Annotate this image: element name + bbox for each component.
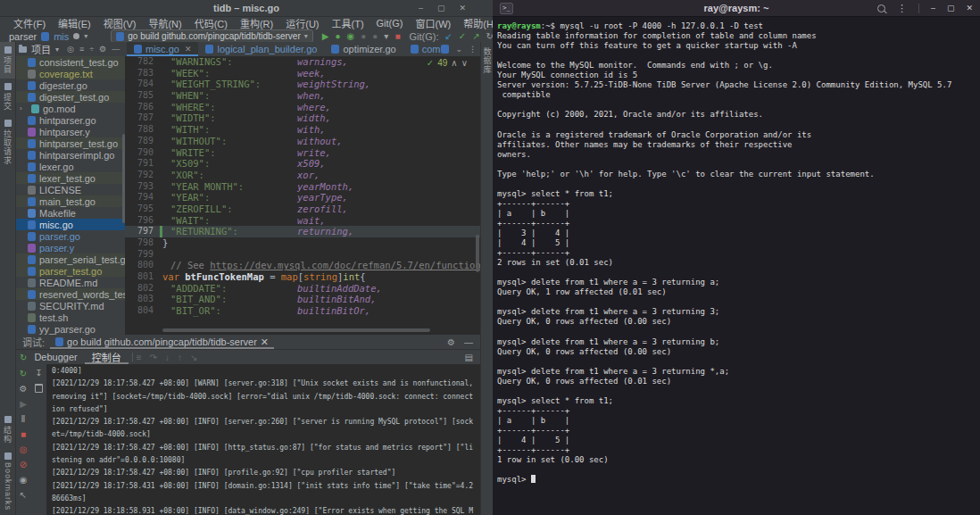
editor-horizontal-scrollbar[interactable] <box>162 328 430 332</box>
menu-item[interactable]: 工具(T) <box>326 16 370 30</box>
menu-icon[interactable]: ⋮ <box>897 3 907 14</box>
menu-item[interactable]: 视图(V) <box>97 16 143 30</box>
tree-item-digester.go[interactable]: digester.go <box>15 79 125 91</box>
tree-item-misc.go[interactable]: misc.go <box>15 219 125 230</box>
collapse-all-icon[interactable]: ÷ <box>89 45 94 54</box>
tab-debugger[interactable]: Debugger <box>27 350 84 364</box>
sidebar-item-Bookmarks[interactable]: Bookmarks <box>0 448 15 515</box>
inspection-widget[interactable]: ✓ 49 ∧ ∨ <box>427 58 468 68</box>
pin-icon[interactable]: ↖ <box>20 490 27 500</box>
view-breakpoints-icon[interactable]: ◎ <box>20 444 28 454</box>
mute-breakpoints-icon[interactable]: ⊘ <box>20 460 27 469</box>
user-icon[interactable] <box>73 33 79 39</box>
sidebar-item-提交[interactable]: 提交 <box>0 79 15 115</box>
debug-console[interactable]: 0:4000][2021/12/29 18:17:58.427 +08:00] … <box>46 364 480 515</box>
menu-item[interactable]: 运行(U) <box>279 16 325 30</box>
step-over-icon[interactable]: ↷ <box>150 353 157 362</box>
locate-icon[interactable]: ◎ <box>67 45 74 54</box>
step-out-icon[interactable]: ↑ <box>178 353 182 362</box>
more-icon[interactable]: ⋮ <box>469 45 477 54</box>
debug-session-tab[interactable]: go build github.com/pingcap/tidb/tidb-se… <box>50 335 274 349</box>
editor-vertical-scrollbar[interactable] <box>476 235 479 272</box>
stop-icon[interactable]: ■ <box>21 429 26 439</box>
tree-item-parser_test.go[interactable]: parser_test.go <box>15 265 125 277</box>
close-button[interactable]: ✕ <box>966 4 973 12</box>
tab-misc.go[interactable]: misc.go✕ <box>127 42 198 56</box>
update-project-icon[interactable]: ↙ <box>444 32 452 41</box>
tree-item-coverage.txt[interactable]: coverage.txt <box>15 68 125 79</box>
run-to-cursor-icon[interactable]: ↘ <box>190 353 197 362</box>
push-icon[interactable]: ↗ <box>472 32 479 41</box>
tree-item-yy_parser.go[interactable]: yy_parser.go <box>15 323 125 335</box>
close-icon[interactable]: ✕ <box>261 336 269 348</box>
breadcrumb-parser[interactable]: parser <box>9 31 37 42</box>
menu-item[interactable]: Git(G) <box>370 18 410 29</box>
gear-icon[interactable]: ⚙ <box>447 337 455 347</box>
scroll-to-end-icon[interactable]: ↧ <box>35 368 42 378</box>
chevron-right-icon[interactable]: › <box>20 104 28 112</box>
tree-item-main_test.go[interactable]: main_test.go <box>15 195 125 207</box>
tree-item-hintparserimpl.go[interactable]: hintparserimpl.go <box>15 149 125 161</box>
thread-dump-icon[interactable]: ◉ <box>20 475 28 485</box>
tree-item-Makefile[interactable]: Makefile <box>15 207 125 219</box>
next-issue-icon[interactable]: ∨ <box>461 58 468 68</box>
code-editor[interactable]: ✓ 49 ∧ ∨ 782"WARNINGS":warnings,783"WEEK… <box>125 56 480 335</box>
menu-item[interactable]: 导航(N) <box>142 16 187 30</box>
minimize-button[interactable]: – <box>931 4 935 12</box>
debug-icon[interactable]: ● <box>335 32 340 41</box>
tree-item-LICENSE[interactable]: LICENSE <box>15 184 125 195</box>
tree-item-hintparser_test.go[interactable]: hintparser_test.go <box>15 137 125 149</box>
menu-item[interactable]: 编辑(E) <box>52 16 97 30</box>
tab-common_plans.go[interactable]: common_plans.go <box>403 42 442 56</box>
search-icon[interactable] <box>877 4 885 12</box>
menu-item[interactable]: 代码(C) <box>188 16 234 30</box>
tree-item-hintparser.y[interactable]: hintparser.y <box>15 126 125 137</box>
minimize-button[interactable]: – <box>419 4 423 12</box>
tree-item-digester_test.go[interactable]: digester_test.go <box>15 91 125 103</box>
sidebar-item-拉取请求[interactable]: 拉取请求 <box>0 115 15 170</box>
maximize-button[interactable]: ▢ <box>437 4 445 12</box>
menu-item[interactable]: 重构(R) <box>234 16 279 30</box>
tree-item-README.md[interactable]: README.md <box>15 277 125 288</box>
tab-logical_plan_builder.go[interactable]: logical_plan_builder.go <box>198 42 324 56</box>
sidebar-item-数据库[interactable]: 数据库 <box>482 47 494 74</box>
tree-item-consistent_test.go[interactable]: consistent_test.go <box>15 56 125 68</box>
tree-item-parser.go[interactable]: parser.go <box>15 230 125 242</box>
layout-icon[interactable]: ≡ <box>137 353 142 362</box>
tab-console[interactable]: 控制台 <box>85 350 129 364</box>
hide-icon[interactable]: — <box>112 45 120 54</box>
hide-icon[interactable]: — <box>464 337 473 347</box>
prev-issue-icon[interactable]: ∧ <box>451 58 457 68</box>
run-icon[interactable]: ▶ <box>322 32 329 41</box>
wrench-icon[interactable]: ⚙ <box>20 384 28 394</box>
tree-item-go.mod[interactable]: ›go.mod <box>15 103 125 114</box>
pause-icon[interactable]: Ⅱ <box>21 414 26 424</box>
menu-item[interactable]: 文件(F) <box>7 16 52 30</box>
clear-console-icon[interactable] <box>35 384 43 393</box>
tree-item-SECURITY.md[interactable]: SECURITY.md <box>15 300 125 311</box>
profiler-alt-icon[interactable]: ● <box>372 32 378 41</box>
maximize-button[interactable]: ▢ <box>947 4 955 12</box>
coverage-icon[interactable]: ◉ <box>347 32 355 41</box>
chevron-down-icon[interactable]: ▾ <box>84 32 87 40</box>
more-run-dropdown-icon[interactable]: ▾ <box>384 32 388 41</box>
tree-item-reserved_words_test.go[interactable]: reserved_words_test.go <box>15 288 125 300</box>
resume-icon[interactable]: ▶ <box>20 399 27 409</box>
rerun-icon[interactable]: ↻ <box>20 369 27 378</box>
tree-item-test.sh[interactable]: test.sh <box>15 311 125 323</box>
tree-item-parser.y[interactable]: parser.y <box>15 242 125 253</box>
rerun-debug-icon[interactable]: ↻ <box>15 353 27 362</box>
tree-item-lexer_test.go[interactable]: lexer_test.go <box>15 172 125 184</box>
chevron-down-icon[interactable]: ▾ <box>55 46 59 54</box>
commit-icon[interactable]: ✓ <box>459 32 466 41</box>
breadcrumb-file[interactable]: mis <box>54 31 69 42</box>
layout-icon[interactable]: ▤ <box>465 353 473 362</box>
tree-item-hintparser.go[interactable]: hintparser.go <box>15 114 125 126</box>
expand-all-icon[interactable]: ≡ <box>79 45 84 54</box>
chevron-down-icon[interactable]: ⌄ <box>455 45 462 54</box>
gear-icon[interactable]: ⚙ <box>99 45 106 54</box>
close-button[interactable]: ✕ <box>459 4 466 12</box>
project-header-label[interactable]: 项目 <box>31 42 51 56</box>
menu-item[interactable]: 窗口(W) <box>410 16 458 30</box>
sidebar-item-项目[interactable]: 项目 <box>0 42 15 79</box>
